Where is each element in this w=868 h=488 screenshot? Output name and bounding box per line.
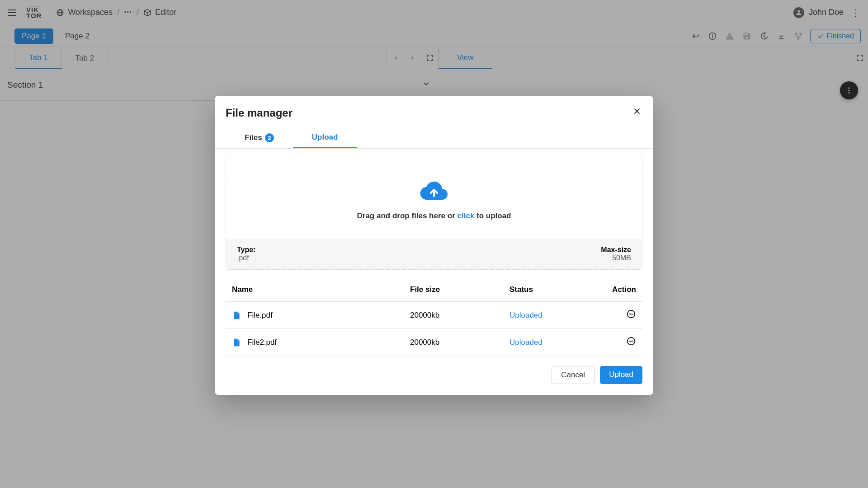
col-size: File size: [410, 285, 509, 294]
dropzone[interactable]: Drag and drop files here or click to upl…: [226, 157, 642, 270]
type-value: .pdf: [237, 254, 255, 262]
file-status: Uploaded: [509, 311, 600, 320]
dialog-tab-files[interactable]: Files 2: [226, 127, 293, 148]
cancel-button[interactable]: Cancel: [552, 366, 594, 384]
remove-button[interactable]: [626, 309, 636, 319]
dropzone-metadata: Type: .pdf Max-size 50MB: [226, 239, 642, 269]
maxsize-label: Max-size: [601, 246, 631, 254]
file-size: 20000kb: [410, 311, 509, 320]
dropzone-text: Drag and drop files here or click to upl…: [226, 211, 642, 221]
remove-button[interactable]: [626, 336, 636, 346]
col-name: Name: [232, 285, 410, 294]
cloud-upload-icon: [420, 180, 448, 203]
file-manager-dialog: File manager Files 2 Upload Drag and dro…: [215, 96, 653, 395]
file-icon: [232, 311, 241, 320]
maxsize-value: 50MB: [601, 254, 631, 262]
remove-icon: [626, 309, 636, 319]
type-label: Type:: [237, 246, 255, 254]
file-name: File2.pdf: [247, 338, 277, 347]
file-size: 20000kb: [410, 338, 509, 347]
dialog-tabs: Files 2 Upload: [215, 127, 653, 149]
remove-icon: [626, 336, 636, 346]
table-row: File.pdf 20000kb Uploaded: [226, 302, 642, 329]
dialog-tab-upload[interactable]: Upload: [293, 127, 357, 148]
col-action: Action: [600, 285, 636, 294]
table-row: File2.pdf 20000kb Uploaded: [226, 329, 642, 356]
dialog-title: File manager: [226, 107, 642, 119]
close-icon: [632, 106, 642, 116]
file-table: Name File size Status Action File.pdf 20…: [226, 278, 642, 356]
dialog-footer: Cancel Upload: [226, 366, 642, 384]
upload-button[interactable]: Upload: [600, 366, 642, 384]
dropzone-click-link[interactable]: click: [457, 211, 474, 220]
close-button[interactable]: [631, 105, 643, 117]
files-count-badge: 2: [265, 133, 274, 142]
file-icon: [232, 338, 241, 347]
file-status: Uploaded: [509, 338, 600, 347]
modal-overlay[interactable]: File manager Files 2 Upload Drag and dro…: [0, 0, 868, 488]
col-status: Status: [509, 285, 600, 294]
file-name: File.pdf: [247, 311, 273, 320]
